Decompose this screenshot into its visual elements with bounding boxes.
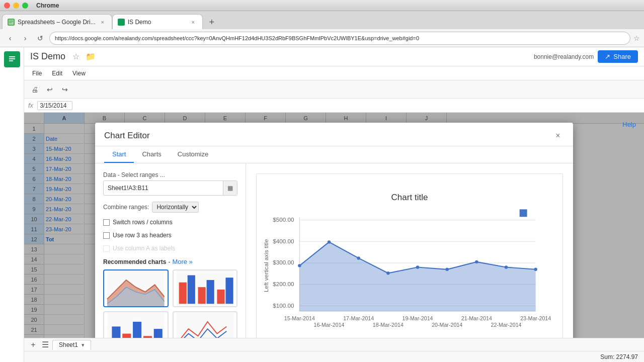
undo-button[interactable]: ↩ [43, 83, 56, 96]
svg-text:15-Mar-2014: 15-Mar-2014 [284, 315, 315, 321]
grid-icon-symbol: ▦ [227, 185, 233, 192]
svg-text:$200.00: $200.00 [273, 281, 294, 287]
new-tab-button[interactable]: + [205, 15, 219, 29]
forward-button[interactable]: › [19, 32, 31, 44]
combine-select[interactable]: Horizontally Vertically [152, 202, 199, 213]
tab-customize[interactable]: Customize [170, 146, 216, 163]
svg-text:$400.00: $400.00 [273, 238, 294, 244]
svg-rect-21 [133, 322, 141, 338]
chart-thumb-line[interactable] [173, 311, 238, 338]
tab-close-1[interactable]: × [99, 18, 107, 26]
chart-thumb-column[interactable] [103, 311, 169, 338]
tab-start[interactable]: Start [104, 146, 134, 163]
svg-text:18-Mar-2014: 18-Mar-2014 [373, 322, 404, 328]
tab-charts[interactable]: Charts [134, 146, 169, 163]
sheet-tabs-bar: + ☰ Sheet1 ▾ [24, 338, 644, 351]
chart-thumb-area[interactable] [103, 269, 169, 307]
svg-rect-20 [122, 334, 131, 338]
cell-reference[interactable]: 3/15/2014 [37, 101, 72, 110]
close-button[interactable] [4, 3, 10, 9]
back-button[interactable]: ‹ [4, 32, 16, 44]
toolbar: 🖨 ↩ ↪ [24, 80, 644, 99]
svg-rect-17 [225, 278, 233, 304]
svg-rect-16 [217, 290, 224, 304]
url-text: https://docs.google.com/a/realandy.com/s… [55, 35, 419, 41]
tab-charts-label: Charts [142, 150, 161, 158]
svg-text:$500.00: $500.00 [273, 216, 294, 223]
window-controls[interactable] [4, 3, 28, 9]
address-bar: ‹ › ↺ https://docs.google.com/a/realandy… [0, 29, 644, 47]
svg-text:Left vertical axis title: Left vertical axis title [263, 239, 269, 293]
sheet-list-button[interactable]: ☰ [40, 340, 50, 350]
maximize-button[interactable] [22, 3, 28, 9]
chart-thumb-bar[interactable] [173, 269, 238, 307]
tab-title-1: Spreadsheets – Google Dri... [18, 19, 96, 26]
chart-editor-left-panel: Data - Select ranges ... ▦ [95, 163, 246, 338]
sheet-tab-dropdown[interactable]: ▾ [82, 342, 85, 348]
bookmark-star[interactable]: ☆ [633, 34, 640, 42]
share-button[interactable]: ↗ Share [598, 50, 638, 63]
svg-rect-22 [143, 336, 152, 338]
svg-point-41 [328, 240, 331, 243]
switch-rows-cols-checkbox[interactable] [103, 219, 110, 226]
svg-rect-3 [9, 23, 12, 23]
mac-titlebar: Chrome [0, 0, 644, 11]
header-actions: bonnie@realandy.com ↗ Share [534, 50, 638, 63]
menu-edit[interactable]: Edit [48, 69, 66, 78]
svg-text:23-Mar-2014: 23-Mar-2014 [520, 315, 551, 321]
sum-display: Sum: 2274.97 [600, 353, 638, 360]
combine-label: Combine ranges: [103, 204, 149, 211]
menu-view[interactable]: View [68, 69, 90, 78]
chart-thumb-column-svg [104, 312, 168, 338]
close-dialog-button[interactable]: × [552, 130, 564, 142]
svg-point-40 [298, 264, 301, 267]
svg-rect-5 [9, 56, 15, 57]
switch-rows-cols-label: Switch rows / columns [113, 219, 173, 226]
svg-rect-13 [187, 275, 195, 304]
menu-file[interactable]: File [28, 69, 46, 78]
more-charts-link[interactable]: More » [172, 258, 192, 265]
tab-spreadsheets[interactable]: Spreadsheets – Google Dri... × [2, 14, 112, 29]
grid-select-icon[interactable]: ▦ [223, 181, 237, 195]
ss-header: IS Demo ☆ 📁 bonnie@realandy.com ↗ Share [24, 47, 644, 66]
chart-title-text: Chart title [391, 193, 428, 202]
chart-editor-tabs: Start Charts Customize [95, 146, 573, 163]
combine-ranges-row: Combine ranges: Horizontally Vertically [103, 202, 237, 213]
sheet-tab-1[interactable]: Sheet1 ▾ [52, 340, 91, 350]
use-col-labels-row: Use column A as labels [103, 245, 237, 252]
svg-rect-26 [520, 209, 527, 217]
menu-bar: File Edit View [24, 66, 644, 80]
chart-editor-title: Chart Editor [104, 131, 552, 141]
share-label: Share [613, 53, 631, 60]
chart-thumb-line-svg [174, 312, 237, 338]
minimize-button[interactable] [13, 3, 19, 9]
svg-text:17-Mar-2014: 17-Mar-2014 [343, 315, 374, 321]
svg-rect-23 [154, 329, 163, 338]
redo-button[interactable]: ↪ [58, 83, 71, 96]
svg-rect-7 [9, 60, 13, 61]
add-sheet-button[interactable]: + [28, 340, 38, 350]
tab-is-demo[interactable]: IS Demo × [112, 14, 203, 29]
recommended-title: Recommended charts [103, 258, 166, 265]
user-email: bonnie@realandy.com [534, 53, 594, 60]
tab-favicon-1 [8, 19, 15, 26]
chart-thumb-area-svg [104, 270, 168, 306]
tabs-bar: Spreadsheets – Google Dri... × IS Demo ×… [0, 11, 644, 29]
chart-thumbnails [103, 269, 237, 338]
print-button[interactable]: 🖨 [28, 83, 41, 96]
range-input[interactable] [104, 183, 223, 194]
folder-icon[interactable]: 📁 [86, 52, 96, 61]
tab-title-2: IS Demo [128, 19, 186, 26]
svg-point-43 [386, 272, 389, 275]
refresh-button[interactable]: ↺ [34, 32, 46, 44]
chart-editor-body: Data - Select ranges ... ▦ [95, 163, 573, 338]
use-row-3-headers-checkbox[interactable] [103, 232, 110, 239]
tab-start-label: Start [112, 150, 126, 158]
url-field[interactable]: https://docs.google.com/a/realandy.com/s… [49, 32, 630, 45]
tab-close-2[interactable]: × [189, 18, 197, 26]
use-col-a-labels-checkbox[interactable] [103, 245, 110, 252]
use-col-a-labels-label: Use column A as labels [113, 245, 175, 252]
sidebar [0, 47, 24, 362]
doc-title: IS Demo [30, 51, 65, 62]
star-doc-icon[interactable]: ☆ [72, 52, 79, 61]
